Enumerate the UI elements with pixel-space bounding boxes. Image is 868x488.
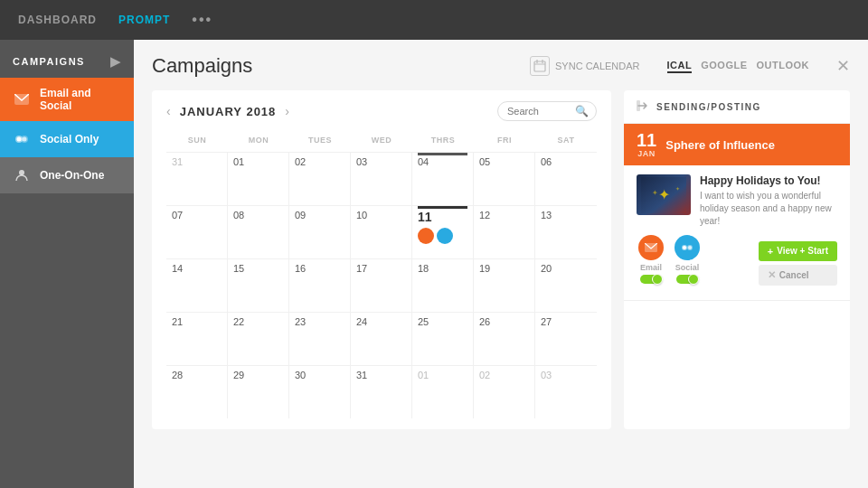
event-dots (418, 228, 467, 244)
main-content: Campaigns SYNC CALENDAR ICAL GOOGLE OUTL… (134, 40, 868, 488)
table-row[interactable]: 01 (412, 366, 474, 418)
social-channel-icon (675, 235, 700, 260)
event-bar (418, 153, 467, 155)
channel-row: Email (637, 235, 702, 284)
table-row[interactable]: 18 (412, 259, 474, 312)
svg-point-4 (23, 137, 27, 142)
sidebar-item-one-on-one[interactable]: One-On-One (0, 157, 134, 193)
table-row[interactable]: 03 (351, 153, 412, 205)
sidebar-arrow-icon: ▶ (110, 54, 122, 69)
search-input[interactable] (507, 106, 571, 117)
table-row[interactable]: 28 (166, 366, 228, 418)
cal-link-outlook[interactable]: OUTLOOK (757, 60, 810, 73)
table-row[interactable]: 26 (474, 313, 535, 365)
nav-dashboard[interactable]: DASHBOARD (18, 14, 97, 26)
svg-point-5 (19, 170, 24, 175)
day-mon: MON (228, 132, 289, 148)
sync-calendar-btn[interactable]: SYNC CALENDAR (530, 56, 640, 76)
day-fri: FRI (474, 132, 535, 148)
day-wed: WED (351, 132, 412, 148)
sidebar: CAMPAIGNS ▶ Email and Social S (0, 40, 134, 488)
svg-rect-10 (637, 100, 640, 111)
sidebar-item-social-only[interactable]: Social Only (0, 121, 134, 157)
close-button[interactable]: ✕ (836, 56, 850, 76)
table-row[interactable]: 17 (351, 259, 412, 312)
table-row[interactable]: 01 (228, 153, 289, 205)
svg-text:✦: ✦ (652, 189, 658, 197)
view-start-label: View + Start (777, 246, 828, 256)
table-row[interactable]: 15 (228, 259, 289, 312)
table-row[interactable]: 22 (228, 313, 289, 365)
email-toggle[interactable] (640, 275, 662, 284)
table-row[interactable]: 06 (535, 153, 597, 205)
cal-week-5: 28 29 30 31 01 02 03 (166, 365, 597, 418)
calendar-days-header: SUN MON TUES WED THRS FRI SAT (166, 132, 597, 148)
posting-date-month: JAN (637, 149, 656, 158)
cal-link-google[interactable]: GOOGLE (701, 60, 747, 73)
view-start-button[interactable]: + View + Start (759, 241, 837, 261)
table-row[interactable]: 02 (474, 366, 535, 418)
event-dot-social (437, 228, 453, 244)
day-tues: TUES (289, 132, 351, 148)
table-row[interactable]: 14 (166, 259, 228, 312)
channel-email: Email (638, 235, 664, 284)
channel-action-row: Email (637, 235, 837, 291)
sidebar-item-email-social[interactable]: Email and Social (0, 78, 134, 121)
nav-prompt[interactable]: PROMPT (118, 14, 170, 26)
nav-more[interactable]: ••• (192, 12, 212, 28)
sending-panel: SENDING/POSTING 11 JAN Sphere of Influen… (624, 90, 850, 429)
calendar-grid: SUN MON TUES WED THRS FRI SAT 31 01 0 (166, 132, 597, 418)
table-row[interactable]: 08 (228, 206, 289, 258)
posting-item[interactable]: 11 JAN Sphere of Influence (624, 124, 850, 165)
table-row[interactable]: 23 (289, 313, 351, 365)
sync-label: SYNC CALENDAR (555, 61, 640, 71)
day-sun: SUN (166, 132, 228, 148)
table-row[interactable]: 10 (351, 206, 412, 258)
table-row[interactable]: 21 (166, 313, 228, 365)
cal-week-3: 14 15 16 17 18 19 20 (166, 258, 597, 312)
email-channel-label: Email (640, 263, 662, 272)
table-row[interactable]: 05 (474, 153, 535, 205)
table-row[interactable]: 09 (289, 206, 351, 258)
cal-link-ical[interactable]: ICAL (667, 60, 693, 73)
calendar-search[interactable]: 🔍 (497, 101, 597, 121)
social-only-icon (13, 130, 31, 148)
campaign-card-text: I want to wish you a wonderful holiday s… (700, 190, 837, 228)
posting-campaign-name: Sphere of Influence (665, 138, 775, 152)
table-row[interactable]: 31 (351, 366, 412, 418)
table-row[interactable]: 07 (166, 206, 228, 258)
table-row[interactable]: 25 (412, 313, 474, 365)
calendar-area: ‹ JANUARY 2018 › 🔍 SUN MON TUES WED THRS (152, 90, 850, 429)
cancel-button[interactable]: ✕ Cancel (759, 265, 837, 286)
prev-month-button[interactable]: ‹ (166, 104, 171, 118)
campaign-description: Happy Holidays to You! I want to wish yo… (700, 174, 837, 228)
table-row[interactable]: 24 (351, 313, 412, 365)
page-title: Campaigns (152, 54, 252, 78)
table-row[interactable]: 27 (535, 313, 597, 365)
search-icon: 🔍 (575, 105, 589, 117)
table-row[interactable]: 03 (535, 366, 597, 418)
social-toggle[interactable] (676, 275, 698, 284)
table-row[interactable]: 29 (228, 366, 289, 418)
next-month-button[interactable]: › (285, 104, 289, 118)
table-row[interactable]: 19 (474, 259, 535, 312)
calendar: ‹ JANUARY 2018 › 🔍 SUN MON TUES WED THRS (152, 90, 611, 429)
table-row[interactable]: 04 (412, 153, 474, 205)
top-nav: DASHBOARD PROMPT ••• (0, 0, 868, 40)
table-row[interactable]: 11 (412, 206, 474, 258)
email-toggle-dot (652, 274, 663, 285)
campaign-thumbnail: ✦ ✦ ✦ (637, 174, 691, 215)
table-row[interactable]: 20 (535, 259, 597, 312)
campaign-card: ✦ ✦ ✦ Happy Holidays to You! I want to w… (624, 165, 850, 301)
table-row[interactable]: 12 (474, 206, 535, 258)
today-bar (418, 206, 467, 209)
table-row[interactable]: 02 (289, 153, 351, 205)
table-row[interactable]: 31 (166, 153, 228, 205)
sidebar-item-label: One-On-One (40, 169, 104, 182)
table-row[interactable]: 16 (289, 259, 351, 312)
table-row[interactable]: 30 (289, 366, 351, 418)
table-row[interactable]: 13 (535, 206, 597, 258)
sidebar-header: CAMPAIGNS ▶ (0, 40, 134, 78)
day-thrs: THRS (412, 132, 474, 148)
svg-point-3 (17, 137, 22, 142)
